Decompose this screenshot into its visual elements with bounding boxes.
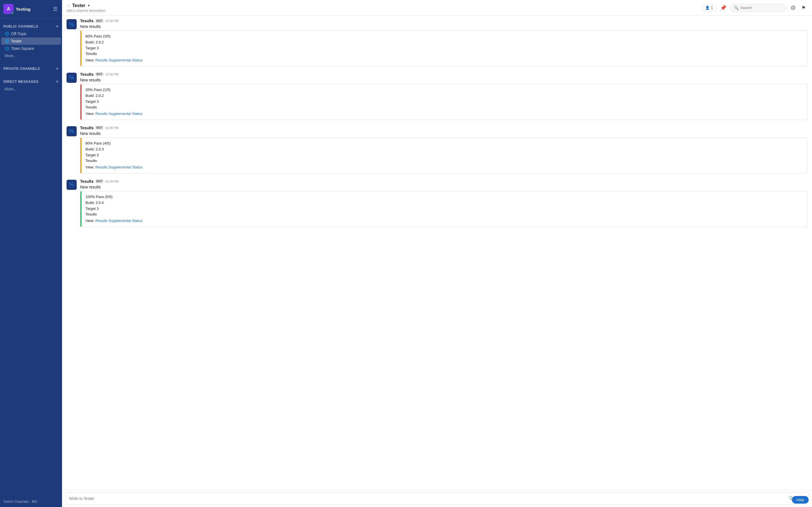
sidebar-item-tester[interactable]: 🌐 Tester [1,38,61,45]
workspace-name: Testing [16,7,50,11]
direct-messages-label: DIRECT MESSAGES [3,80,39,83]
message-text: New results [80,185,808,189]
pin-button[interactable]: 📌 [718,4,728,12]
message-author: Tesults [80,18,94,23]
globe-icon: 🌐 [4,32,9,36]
message-content: TesultsBOT10:38 PMNew results20% Pass (1… [80,72,808,120]
public-channels-header: PUBLIC CHANNELS + [0,23,62,30]
sidebar-item-town-square[interactable]: 🌐 Town Square [1,45,61,52]
more-dm-link[interactable]: More... [1,86,61,93]
card-link-status[interactable]: Status [132,219,142,223]
message-time: 10:38 PM [105,19,118,22]
card-link-results[interactable]: Results [95,112,107,116]
online-status-icon [11,11,14,14]
message-block: %TesultsBOT10:38 PMNew results60% Pass (… [62,16,812,69]
card-line: Build: 2.0.2 [86,40,803,45]
message-card: 100% Pass (5/5)Build: 2.0.4Target 3Tesul… [80,191,808,227]
card-link-status[interactable]: Status [132,165,142,169]
bot-badge: BOT [95,72,103,76]
card-link-supplemental[interactable]: Supplemental [109,219,131,223]
card-line: Tesults [86,51,803,57]
card-line: 80% Pass (4/5) [86,140,803,147]
card-link-supplemental[interactable]: Supplemental [109,112,131,116]
public-channels-label: PUBLIC CHANNELS [3,24,38,29]
bottom-bar: 📎 🙂 [62,490,812,507]
channel-name-off-topic: Off-Topic [11,32,27,36]
add-private-channel-button[interactable]: + [56,66,59,71]
chevron-down-icon[interactable]: ▼ [87,4,91,8]
hamburger-button[interactable]: ☰ [52,5,59,13]
card-link-supplemental[interactable]: Supplemental [109,165,131,169]
message-block: %TesultsBOT10:39 PMNew results80% Pass (… [62,123,812,176]
card-line: Target 3 [86,206,803,212]
card-line: Tesults [86,158,803,164]
bookmark-button[interactable]: ⚑ [800,4,808,12]
message-avatar: % [66,19,77,29]
message-content: TesultsBOT10:38 PMNew results60% Pass (3… [80,18,808,66]
message-input[interactable] [69,496,786,501]
message-card-body: 100% Pass (5/5)Build: 2.0.4Target 3Tesul… [82,191,807,227]
bot-badge: BOT [95,179,103,183]
more-channels-link[interactable]: More... [1,52,61,59]
message-avatar: % [66,126,77,136]
globe-icon-town-square: 🌐 [4,46,9,51]
card-line: Target 3 [86,45,803,51]
message-author: Tesults [80,126,94,130]
card-line: Tesults [86,105,803,110]
card-links: View: Results Supplemental Status [86,218,803,224]
channel-name-town-square: Town Square [11,46,34,51]
card-line: Build: 2.0.2 [86,93,803,99]
sidebar-item-off-topic[interactable]: 🌐 Off-Topic [1,30,61,38]
globe-icon-tester: 🌐 [4,39,9,43]
add-public-channel-button[interactable]: + [56,24,59,29]
card-line: Target 3 [86,152,803,158]
mention-button[interactable]: @ [789,4,797,12]
private-channels-header: PRIVATE CHANNELS + [0,65,62,72]
bot-badge: BOT [95,126,103,129]
search-box: 🔍 [730,4,786,12]
card-line: 20% Pass (1/5) [86,87,803,93]
message-time: 10:39 PM [105,180,118,183]
card-link-results[interactable]: Results [95,165,107,169]
avatar[interactable]: A [3,4,13,14]
card-line: Build: 2.0.3 [86,147,803,152]
card-link-supplemental[interactable]: Supplemental [109,58,131,62]
card-links: View: Results Supplemental Status [86,165,803,170]
message-author: Tesults [80,179,94,184]
message-time: 10:39 PM [105,126,118,129]
topbar-right: 👤 1 📌 🔍 @ ⚑ [702,4,808,12]
card-line: 100% Pass (5/5) [86,194,803,200]
message-card-body: 60% Pass (3/5)Build: 2.0.2Target 3Tesult… [82,31,807,66]
message-header: TesultsBOT10:38 PM [80,72,808,76]
message-avatar: % [66,73,77,83]
main-content: ☆ Tester ▼ Add a channel description 👤 1… [62,0,812,507]
view-label: View: [86,58,95,62]
topbar-left: ☆ Tester ▼ Add a channel description [66,3,105,13]
search-icon: 🔍 [734,6,739,10]
message-block: %TesultsBOT10:39 PMNew results100% Pass … [62,176,812,230]
channel-description: Add a channel description [66,9,105,13]
message-card-body: 20% Pass (1/5)Build: 2.0.2Target 3Tesult… [82,84,807,120]
star-icon[interactable]: ☆ [66,3,70,8]
message-header: TesultsBOT10:39 PM [80,179,808,184]
view-label: View: [86,219,95,223]
add-direct-message-button[interactable]: + [56,79,59,84]
card-line: Tesults [86,212,803,217]
message-header: TesultsBOT10:38 PM [80,18,808,23]
private-channels-label: PRIVATE CHANNELS [3,67,40,71]
search-input[interactable] [741,6,780,10]
card-line: Build: 2.0.4 [86,200,803,206]
switch-channels-footer[interactable]: Switch Channels - ⌘K [0,496,62,507]
help-button[interactable]: Help [792,496,809,504]
card-link-results[interactable]: Results [95,219,107,223]
message-author: Tesults [80,72,94,76]
message-card: 60% Pass (3/5)Build: 2.0.2Target 3Tesult… [80,31,808,66]
message-text: New results [80,24,808,29]
card-link-status[interactable]: Status [132,58,142,62]
public-channels-section: PUBLIC CHANNELS + 🌐 Off-Topic 🌐 Tester 🌐… [0,18,62,61]
channel-title: Tester [72,3,86,8]
card-links: View: Results Supplemental Status [86,111,803,117]
card-link-status[interactable]: Status [132,112,142,116]
member-count-button[interactable]: 👤 1 [702,4,716,11]
card-link-results[interactable]: Results [95,58,107,62]
